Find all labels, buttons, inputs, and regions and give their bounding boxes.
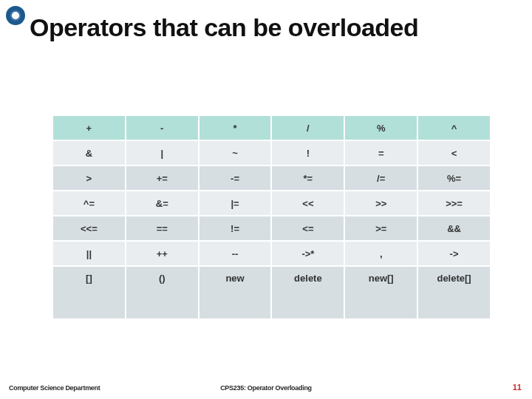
cell: &= <box>126 191 199 216</box>
slide-number: 11 <box>513 383 522 392</box>
cell: |= <box>199 191 272 216</box>
cell: % <box>344 115 417 140</box>
cell: ! <box>271 140 344 166</box>
cell: || <box>52 241 126 266</box>
university-logo <box>6 6 25 25</box>
cell: += <box>126 166 199 191</box>
cell: - <box>126 115 199 140</box>
cell: >= <box>344 216 417 241</box>
cell: -- <box>199 241 272 266</box>
cell: == <box>126 216 199 241</box>
cell: && <box>417 216 491 241</box>
cell: = <box>344 140 417 166</box>
cell: [] <box>52 266 126 319</box>
footer-course: CPS235: Operator Overloading <box>0 384 532 392</box>
cell: -> <box>417 241 491 266</box>
cell: / <box>271 115 344 140</box>
cell: > <box>52 166 126 191</box>
cell: delete[] <box>417 266 491 319</box>
cell: <<= <box>52 216 126 241</box>
cell: >> <box>344 191 417 216</box>
cell: delete <box>271 266 344 319</box>
operators-table: + - * / % ^ & | ~ ! = < > += -= *= /= <box>52 115 491 320</box>
cell: ~ <box>199 140 272 166</box>
table-row: [] () new delete new[] delete[] <box>52 266 491 319</box>
table-row: > += -= *= /= %= <box>52 166 491 191</box>
cell: < <box>417 140 491 166</box>
slide-title: Operators that can be overloaded <box>30 13 418 42</box>
cell: , <box>344 241 417 266</box>
table-row: <<= == != <= >= && <box>52 216 491 241</box>
cell: ^= <box>52 191 126 216</box>
table-row: & | ~ ! = < <box>52 140 491 166</box>
cell: >>= <box>417 191 491 216</box>
cell: <= <box>271 216 344 241</box>
cell: ^ <box>417 115 491 140</box>
cell: | <box>126 140 199 166</box>
cell: new[] <box>344 266 417 319</box>
cell: * <box>199 115 272 140</box>
cell: new <box>199 266 272 319</box>
cell: %= <box>417 166 491 191</box>
cell: != <box>199 216 272 241</box>
cell: ->* <box>271 241 344 266</box>
slide: Operators that can be overloaded + - * /… <box>0 0 532 399</box>
logo-inner-icon <box>10 10 21 21</box>
table-row: + - * / % ^ <box>52 115 491 140</box>
cell: () <box>126 266 199 319</box>
cell: ++ <box>126 241 199 266</box>
table-row: ^= &= |= << >> >>= <box>52 191 491 216</box>
cell: *= <box>271 166 344 191</box>
cell: -= <box>199 166 272 191</box>
table-row: || ++ -- ->* , -> <box>52 241 491 266</box>
cell: /= <box>344 166 417 191</box>
cell: + <box>52 115 126 140</box>
table: + - * / % ^ & | ~ ! = < > += -= *= /= <box>52 115 491 320</box>
cell: << <box>271 191 344 216</box>
cell: & <box>52 140 126 166</box>
